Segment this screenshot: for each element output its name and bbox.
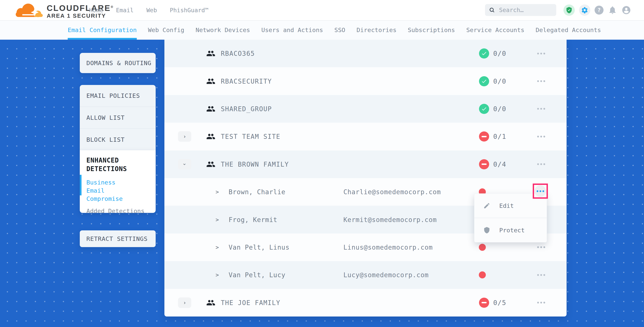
tab-sso[interactable]: SSO	[334, 20, 345, 40]
expand-button[interactable]: ›	[178, 131, 191, 142]
row-menu-button[interactable]	[535, 133, 548, 140]
chevron-right-icon: >	[216, 244, 219, 250]
search-input[interactable]	[499, 6, 552, 13]
member-email: Charlie@somedemocorp.com	[344, 188, 441, 196]
group-icon	[206, 104, 216, 113]
notifications-bell-icon[interactable]	[608, 5, 617, 15]
protected-count: 0/5	[493, 299, 506, 307]
tab-users-and-actions[interactable]: Users and Actions	[261, 20, 323, 40]
chevron-down-icon: ›	[182, 163, 188, 166]
sidebar-item-retract-settings[interactable]: RETRACT SETTINGS	[80, 230, 156, 247]
status-badge-ok-icon	[479, 104, 489, 114]
expand-button[interactable]: ›	[178, 298, 191, 308]
group-icon	[206, 132, 216, 141]
tab-directories[interactable]: Directories	[357, 20, 396, 40]
status-badge-ok-icon	[479, 76, 489, 86]
unprotected-dot	[479, 244, 486, 251]
status-badge-blocked-icon	[479, 159, 489, 169]
member-email: Lucy@somedemocorp.com	[344, 271, 428, 279]
sidebar-enhanced-detections-card: ENHANCED DETECTIONS Business Email Compr…	[80, 150, 156, 213]
sidebar-item-domains-routing[interactable]: DOMAINS & ROUTING	[80, 53, 156, 73]
tab-subscriptions[interactable]: Subscriptions	[408, 20, 455, 40]
help-glyph: ?	[598, 7, 601, 13]
table-row-group: RBACO365 0/0	[164, 40, 566, 67]
cloudflare-logo-icon[interactable]	[12, 1, 45, 19]
nav-web[interactable]: Web	[146, 7, 157, 13]
nav-phishguard[interactable]: PhishGuard™	[170, 7, 208, 13]
sidebar-item-allow-list[interactable]: ALLOW LIST	[80, 107, 156, 129]
row-menu-button[interactable]	[535, 105, 548, 113]
menu-item-label: Edit	[499, 202, 514, 209]
chevron-right-icon: >	[216, 189, 219, 195]
tab-web-config[interactable]: Web Config	[148, 20, 184, 40]
table-row-group: › TEST TEAM SITE 0/1	[164, 123, 566, 150]
help-icon[interactable]: ?	[594, 6, 604, 14]
collapse-button[interactable]: ›	[178, 159, 191, 170]
member-name: Brown, Charlie	[228, 188, 286, 196]
member-email: Kermit@somedemocorp.com	[344, 216, 437, 223]
sidebar-item-enhanced-detections[interactable]: ENHANCED DETECTIONS	[86, 156, 141, 173]
tab-delegated-accounts[interactable]: Delegated Accounts	[536, 20, 601, 40]
app-root: CLOUDFLARE® AREA 1 SECURITY Home Email W…	[0, 0, 644, 327]
group-name: RBACSECURITY	[221, 77, 272, 85]
tab-email-configuration[interactable]: Email Configuration	[68, 20, 137, 40]
nav-email[interactable]: Email	[116, 7, 134, 13]
table-row-member: > Van Pelt, Lucy Lucy@somedemocorp.com	[164, 261, 566, 289]
chevron-right-icon: ›	[183, 134, 186, 139]
search-box[interactable]	[485, 4, 556, 16]
group-name: THE BROWN FAMILY	[221, 160, 289, 168]
member-name: Van Pelt, Lucy	[228, 271, 286, 279]
menu-item-label: Protect	[499, 227, 525, 234]
sidebar-policies-card: EMAIL POLICIES ALLOW LIST BLOCK LIST	[80, 85, 156, 150]
table-row-group: RBACSECURITY 0/0	[164, 67, 566, 95]
row-menu-button[interactable]	[535, 271, 548, 279]
top-header: CLOUDFLARE® AREA 1 SECURITY Home Email W…	[0, 0, 644, 20]
group-icon	[206, 77, 216, 86]
pencil-icon	[483, 202, 490, 209]
unprotected-dot	[479, 271, 486, 278]
nav-home[interactable]: Home	[89, 7, 103, 13]
row-menu-button[interactable]	[535, 243, 548, 251]
table-row-group: SHARED_GROUP 0/0	[164, 95, 566, 123]
settings-gear-icon[interactable]	[579, 4, 590, 16]
row-context-menu: Edit Protect	[474, 193, 547, 242]
protected-count: 0/4	[493, 160, 506, 168]
group-icon	[206, 49, 216, 58]
protected-count: 0/0	[493, 49, 506, 57]
sidebar-link-added-detections[interactable]: Added Detections	[86, 207, 150, 214]
member-email: Linus@somedemocorp.com	[344, 243, 433, 251]
member-name: Frog, Kermit	[228, 216, 277, 223]
group-name: RBACO365	[221, 50, 255, 57]
tab-service-accounts[interactable]: Service Accounts	[466, 20, 524, 40]
click-target-highlight	[533, 184, 548, 199]
table-row-group-expanded: › THE BROWN FAMILY 0/4	[164, 150, 566, 178]
row-menu-button-active[interactable]	[534, 185, 546, 197]
active-item-indicator	[80, 175, 82, 195]
shield-check-icon[interactable]	[564, 4, 575, 16]
protected-count: 0/0	[493, 77, 506, 85]
sidebar-item-email-policies[interactable]: EMAIL POLICIES	[80, 85, 156, 107]
row-menu-button[interactable]	[535, 299, 548, 307]
sidebar-item-block-list[interactable]: BLOCK LIST	[80, 129, 156, 150]
protected-count: 0/0	[493, 105, 506, 113]
secondary-nav: Email Configuration Web Config Network D…	[0, 20, 644, 40]
tab-network-devices[interactable]: Network Devices	[196, 20, 250, 40]
account-icon[interactable]	[622, 5, 631, 15]
status-badge-ok-icon	[479, 48, 489, 58]
row-menu-button[interactable]	[535, 77, 548, 85]
status-badge-blocked-icon	[479, 131, 489, 142]
chevron-right-icon: ›	[183, 300, 186, 306]
directory-table: RBACO365 0/0 RBACSECURITY 0/0 SHARED_GRO…	[164, 40, 566, 317]
group-name: SHARED_GROUP	[221, 105, 272, 113]
sidebar-link-business-email-compromise[interactable]: Business Email Compromise	[86, 178, 135, 203]
row-menu-button[interactable]	[535, 160, 548, 168]
group-name: TEST TEAM SITE	[221, 133, 280, 140]
shield-icon	[483, 227, 490, 234]
row-menu-button[interactable]	[535, 49, 548, 57]
table-row-group: › THE JOE FAMILY 0/5	[164, 289, 566, 317]
search-icon	[489, 7, 495, 13]
member-name: Van Pelt, Linus	[228, 243, 290, 251]
top-nav: Home Email Web PhishGuard™	[89, 0, 208, 20]
menu-item-protect[interactable]: Protect	[474, 218, 547, 242]
header-icon-row: ?	[564, 0, 631, 20]
